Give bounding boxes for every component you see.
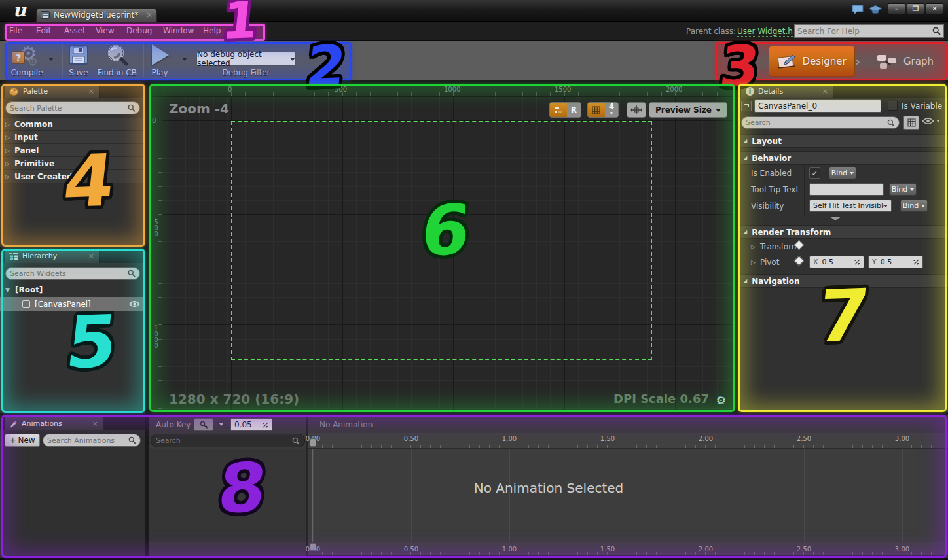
save-floppy-icon[interactable] [68,44,89,65]
save-button[interactable]: Save [65,68,92,77]
section-navigation[interactable]: ◢ Navigation [738,274,948,288]
new-animation-button[interactable]: + New [5,434,40,447]
graph-mode-button[interactable]: Graph [866,46,944,77]
pivot-row[interactable]: ▷ Pivot [751,258,779,267]
playhead-handle-bottom[interactable] [310,543,316,551]
playhead-line[interactable] [312,449,313,542]
is-variable-checkbox[interactable] [888,101,898,111]
play-triangle-icon[interactable] [152,44,169,65]
is-enabled-bind-button[interactable]: Bind [829,167,856,179]
palette-tab[interactable]: Palette × [4,84,100,98]
section-render-transform[interactable]: ◢ Render Transform [738,225,948,239]
hierarchy-search-field[interactable] [5,267,140,280]
drag-spin-icon[interactable] [913,259,919,265]
pivot-add-keyframe-icon[interactable] [794,256,805,266]
play-options-caret-icon[interactable] [182,58,187,61]
widget-outlines-icon[interactable] [550,103,567,117]
transform-row[interactable]: ▷ Transform [751,242,799,251]
playhead-handle-top[interactable] [310,438,316,447]
respect-locks-toggle[interactable]: R [567,103,581,117]
details-tab-close-icon[interactable]: × [822,87,828,96]
palette-tab-close-icon[interactable]: × [88,87,94,96]
grid-snap-size-dropdown[interactable]: 4 ▼ [605,103,618,117]
key-interval-spinbox[interactable]: 0.05 [230,418,272,431]
parent-class-link[interactable]: User Widget.h [737,27,793,37]
palette-category-user-created[interactable]: ▷ User Created [0,170,145,183]
maximize-button[interactable]: ❐ [907,3,924,14]
grid-snap-icon[interactable] [588,103,605,117]
pivot-y-field[interactable]: Y 0.5 [868,256,923,268]
auto-key-options-caret-icon[interactable] [219,423,224,426]
designer-canvas[interactable]: Zoom -4 1280 x 720 (16:9) DPI Scale 0.67… [162,97,735,412]
visibility-eye-icon[interactable] [129,300,140,307]
play-button[interactable]: Play [145,68,174,77]
animations-tab[interactable]: Animations × [4,416,103,430]
palette-search-field[interactable] [5,101,140,114]
help-search-input[interactable] [797,27,932,36]
property-splitter[interactable] [804,165,805,217]
minimize-button[interactable]: – [888,3,905,14]
palette-category-input[interactable]: ▷ Input [0,131,145,144]
display-filter-dropdown[interactable] [922,117,940,125]
section-behavior[interactable]: ◢ Behavior [738,151,948,165]
is-enabled-checkbox[interactable]: ✓ [809,167,820,179]
palette-category-panel[interactable]: ▷ Panel [0,144,145,157]
track-search-field[interactable] [151,434,305,447]
hierarchy-search-input[interactable] [10,270,128,278]
animations-search-input[interactable] [47,436,128,445]
pivot-x-field[interactable]: X 0.5 [809,256,864,268]
animations-tab-close-icon[interactable]: × [92,419,98,428]
help-search-field[interactable] [794,24,944,38]
compile-options-caret-icon[interactable] [48,58,54,61]
palette-category-primitive[interactable]: ▷ Primitive [0,157,145,170]
widget-preview-outline[interactable] [231,121,652,360]
menu-edit[interactable]: Edit [36,26,51,35]
compile-button[interactable]: Compile [4,68,50,77]
timeline-ruler-top[interactable]: 0.00 0.50 1.00 1.50 2.00 2.50 3.00 [308,433,948,449]
zoom-to-fit-button[interactable] [627,102,646,118]
menu-file[interactable]: File [9,26,22,35]
details-search-field[interactable] [741,116,900,129]
hierarchy-tab-close-icon[interactable]: × [88,252,94,260]
section-layout[interactable]: ◢ Layout [738,134,948,148]
find-in-cb-magnifier-icon[interactable] [105,43,130,67]
widget-name-input[interactable] [758,101,877,111]
animations-search-field[interactable] [43,434,141,447]
visibility-dropdown[interactable]: Self Hit Test Invisible [809,200,892,212]
designer-mode-button[interactable]: Designer [769,46,855,77]
hierarchy-tab[interactable]: Hierarchy × [4,249,100,263]
preview-size-dropdown[interactable]: Preview Size [649,102,727,118]
track-search-input[interactable] [156,436,292,445]
menu-window[interactable]: Window [163,26,194,35]
palette-search-input[interactable] [10,104,128,113]
hierarchy-canvaspanel-row[interactable]: [CanvasPanel] [0,297,145,311]
grid-snap-group[interactable]: 4 ▼ [587,102,619,118]
tooltip-bind-button[interactable]: Bind [889,183,917,196]
advanced-expander-arrow-icon[interactable] [830,217,841,220]
feedback-bubble-icon[interactable] [851,4,866,16]
tutorial-graduation-cap-icon[interactable] [868,4,883,16]
tooltip-text-field[interactable] [809,183,884,196]
palette-category-common[interactable]: ▷ Common [0,118,145,131]
outline-toggle-group[interactable]: R [549,102,581,118]
tab-close-icon[interactable]: × [146,11,153,19]
close-button[interactable]: ✕ [926,3,943,14]
visibility-bind-button[interactable]: Bind [900,200,928,212]
compile-gears-icon[interactable]: ⚙ ⚙ ? [12,44,41,68]
drag-spin-icon[interactable] [854,259,860,265]
menu-debug[interactable]: Debug [126,26,152,35]
menu-view[interactable]: View [96,26,114,35]
property-matrix-button[interactable] [903,116,919,130]
drag-spin-icon[interactable] [263,422,268,428]
details-tab[interactable]: i Details × [740,84,833,98]
hierarchy-root-row[interactable]: ▼ [Root] [0,283,145,296]
document-tab[interactable]: NewWidgetBlueprint* × [36,8,157,22]
dpi-settings-gear-icon[interactable]: ⚙ [716,394,726,407]
widget-name-field[interactable] [754,99,881,113]
auto-key-toggle-button[interactable] [194,418,213,431]
timeline-ruler-bottom[interactable]: 0.00 0.50 1.00 1.50 2.00 2.50 3.00 [308,542,948,556]
details-search-input[interactable] [746,118,887,127]
menu-help[interactable]: Help [203,26,221,35]
menu-asset[interactable]: Asset [64,26,86,35]
debug-object-dropdown[interactable]: No debug object selected [196,52,296,66]
